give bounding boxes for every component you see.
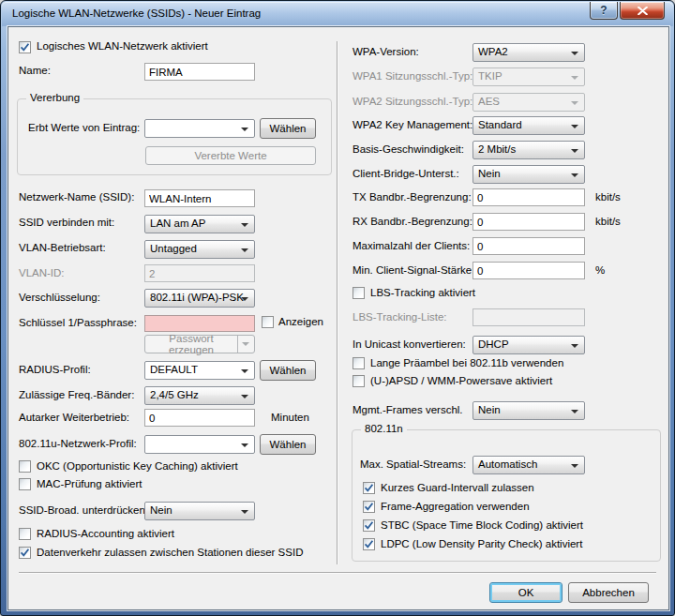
check-icon	[364, 502, 374, 512]
wpa2-mgmt-select[interactable]: Standard	[472, 116, 585, 135]
inter-station-traffic-checkbox[interactable]	[19, 547, 31, 559]
cancel-button[interactable]: Abbrechen	[568, 582, 649, 603]
chevron-down-icon	[571, 344, 578, 348]
hotspot-profile-label: 802.11u-Netzwerk-Profil:	[19, 437, 137, 451]
spatial-streams-select[interactable]: Automatisch	[472, 456, 585, 474]
chevron-down-icon	[241, 248, 248, 252]
max-clients-input[interactable]	[472, 237, 585, 255]
ok-button[interactable]: OK	[489, 582, 562, 603]
mac-check-checkbox[interactable]	[19, 478, 31, 490]
frame-aggregation-checkbox[interactable]	[363, 501, 375, 513]
chevron-down-icon	[237, 336, 254, 353]
max-clients-label: Maximalzahl der Clients:	[352, 239, 470, 253]
encryption-label: Verschlüsselung:	[19, 291, 100, 305]
hotspot-choose-button[interactable]: Wählen	[260, 434, 316, 455]
close-button[interactable]	[620, 2, 665, 20]
mgmt-frames-value: Nein	[478, 404, 501, 415]
percent-unit-label: %	[595, 263, 605, 278]
vlan-id-input	[144, 264, 255, 282]
standalone-input[interactable]	[144, 409, 255, 427]
window-title: Logische WLAN-Netzwerke (SSIDs) - Neuer …	[12, 8, 261, 19]
standalone-label: Autarker Weiterbetrieb:	[19, 411, 129, 425]
chevron-down-icon	[241, 369, 248, 373]
vlan-mode-select[interactable]: Untagged	[144, 240, 255, 259]
lbs-list-label: LBS-Tracking-Liste:	[352, 310, 447, 324]
column-divider	[337, 41, 338, 564]
help-button[interactable]: ?	[590, 2, 618, 20]
long-preamble-checkbox[interactable]	[352, 357, 365, 369]
hide-ssid-select[interactable]: Nein	[144, 502, 255, 520]
chevron-down-icon	[571, 410, 578, 413]
freq-bands-label: Zulässige Freq.-Bänder:	[19, 388, 134, 402]
tx-limit-input[interactable]	[472, 188, 585, 206]
short-gi-label: Kurzes Guard-Intervall zulassen	[381, 481, 534, 495]
rx-unit-label: kbit/s	[595, 215, 621, 229]
chevron-down-icon	[571, 464, 578, 468]
apsd-label: (U-)APSD / WMM-Powersave aktiviert	[370, 374, 552, 388]
passphrase-input[interactable]	[144, 315, 255, 332]
titlebar[interactable]: Logische WLAN-Netzwerke (SSIDs) - Neuer …	[2, 2, 673, 26]
connect-to-value: LAN am AP	[150, 218, 205, 229]
okc-checkbox[interactable]	[19, 460, 31, 473]
unicast-value: DHCP	[478, 338, 509, 350]
ldpc-label: LDPC (Low Density Parity Check) aktivier…	[381, 537, 582, 551]
mgmt-frames-select[interactable]: Nein	[472, 401, 585, 420]
wlan-enabled-checkbox[interactable]	[19, 41, 31, 53]
unicast-select[interactable]: DHCP	[472, 336, 585, 354]
basic-rate-value: 2 Mbit/s	[478, 143, 516, 155]
inherit-from-label: Erbt Werte von Eintrag:	[28, 121, 140, 135]
check-icon	[364, 483, 374, 493]
minutes-unit-label: Minuten	[271, 411, 309, 425]
inherit-from-combobox[interactable]	[144, 119, 255, 138]
radius-accounting-checkbox[interactable]	[19, 528, 31, 540]
connect-to-select[interactable]: LAN am AP	[144, 215, 255, 233]
show-passphrase-checkbox[interactable]	[262, 316, 274, 328]
lbs-tracking-checkbox[interactable]	[352, 287, 365, 299]
short-gi-checkbox[interactable]	[363, 482, 375, 494]
client-bridge-value: Nein	[478, 168, 501, 179]
ssid-input[interactable]	[144, 189, 255, 207]
client-bridge-select[interactable]: Nein	[472, 165, 585, 184]
chevron-down-icon	[571, 101, 578, 105]
encryption-select[interactable]: 802.11i (WPA)-PSK	[144, 289, 255, 308]
radius-profile-value: DEFAULT	[150, 364, 198, 375]
ldpc-checkbox[interactable]	[363, 538, 375, 550]
okc-label: OKC (Opportunistic Key Caching) aktivier…	[37, 459, 238, 473]
chevron-down-icon	[571, 173, 578, 177]
freq-bands-select[interactable]: 2,4/5 GHz	[144, 386, 255, 405]
inherit-choose-button[interactable]: Wählen	[260, 118, 316, 139]
vlan-mode-label: VLAN-Betriebsart:	[19, 241, 106, 255]
name-label: Name:	[19, 64, 51, 78]
wpa2-mgmt-label: WPA2 Key Management:	[352, 118, 472, 132]
inherited-values-button: Vererbte Werte	[145, 146, 316, 165]
stbc-checkbox[interactable]	[363, 519, 375, 532]
close-icon	[638, 7, 648, 15]
apsd-checkbox[interactable]	[352, 375, 365, 387]
name-input[interactable]	[144, 63, 255, 81]
chevron-down-icon	[571, 76, 578, 80]
mac-check-label: MAC-Prüfung aktiviert	[37, 477, 142, 491]
radius-choose-button[interactable]: Wählen	[260, 360, 316, 381]
check-icon	[364, 520, 374, 531]
wpa-version-label: WPA-Version:	[352, 45, 419, 59]
rx-limit-input[interactable]	[472, 213, 585, 231]
wpa2-key-select: AES	[472, 93, 585, 112]
wpa2-mgmt-value: Standard	[478, 119, 522, 130]
mgmt-frames-label: Mgmt.-Frames verschl.	[352, 403, 463, 417]
hide-ssid-value: Nein	[150, 504, 172, 516]
help-icon: ?	[600, 4, 607, 17]
wpa-version-select[interactable]: WPA2	[472, 43, 585, 62]
vlan-id-label: VLAN-ID:	[19, 266, 65, 280]
chevron-down-icon	[241, 223, 248, 227]
inheritance-group-title: Vererbung	[26, 92, 83, 103]
passphrase-label: Schlüssel 1/Passphrase:	[19, 316, 137, 330]
freq-bands-value: 2,4/5 GHz	[150, 389, 199, 400]
radius-profile-combobox[interactable]: DEFAULT	[144, 361, 255, 380]
check-icon	[20, 548, 30, 558]
basic-rate-select[interactable]: 2 Mbit/s	[472, 141, 585, 159]
wpa-version-value: WPA2	[478, 46, 508, 57]
encryption-value: 802.11i (WPA)-PSK	[150, 292, 244, 303]
wpa1-key-select: TKIP	[472, 68, 585, 86]
min-signal-input[interactable]	[472, 262, 585, 279]
hotspot-profile-combobox[interactable]	[144, 435, 255, 454]
